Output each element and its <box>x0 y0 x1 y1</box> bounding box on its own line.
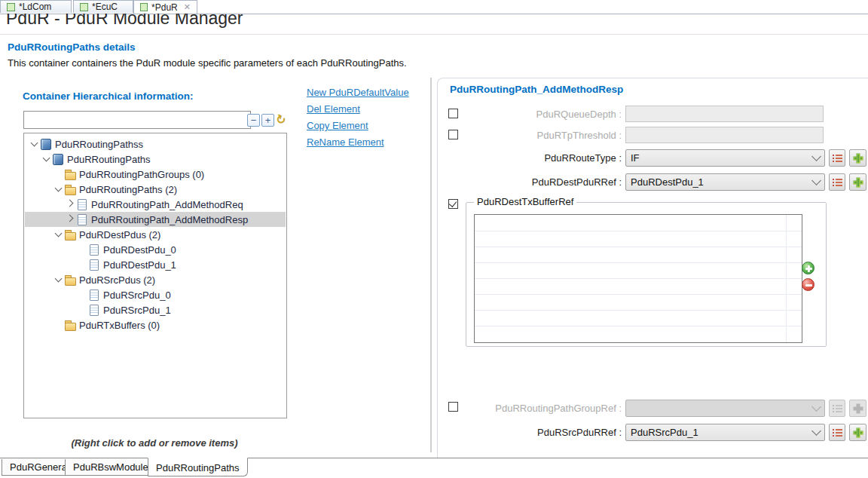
title-divider <box>0 34 868 35</box>
tree-item-srcpdus[interactable]: PduRSrcPdus (2) <box>25 272 286 287</box>
add-row-button[interactable] <box>802 262 815 274</box>
src-pdu-ref-list-button[interactable] <box>829 424 845 441</box>
editor-tab-bar: *LdCom *EcuC *PduR ✕ <box>0 0 868 14</box>
tp-threshold-field <box>625 127 824 143</box>
plus-icon <box>853 153 863 163</box>
pdur-module-manager-window: *LdCom *EcuC *PduR ✕ PduR - PduR Module … <box>0 0 868 478</box>
routing-path-group-ref-add-button <box>849 400 866 417</box>
list-icon <box>833 404 842 413</box>
tree-item-pdurroutingpathss[interactable]: PduRRoutingPathss <box>25 136 286 152</box>
list-icon <box>833 154 842 163</box>
src-pdu-ref-add-button[interactable] <box>849 424 866 441</box>
module-icon <box>80 3 88 11</box>
remove-row-button[interactable] <box>802 278 815 291</box>
document-icon <box>88 304 100 316</box>
dest-pdu-ref-select[interactable]: PduRDestPdu_1 <box>625 173 825 191</box>
module-icon <box>140 3 148 11</box>
tree-item-destpdus[interactable]: PduRDestPdus (2) <box>25 227 286 242</box>
routing-path-group-ref-label: PduRRoutingPathGroupRef : <box>450 400 622 417</box>
page-title: PduR - PduR Module Manager <box>6 14 684 32</box>
tree-item-addmethodresp[interactable]: PduRRoutingPath_AddMethodResp <box>25 212 286 227</box>
copy-element-link[interactable]: Copy Element <box>307 120 368 131</box>
module-icon <box>52 153 64 165</box>
document-icon <box>88 244 100 256</box>
route-type-select[interactable]: IF <box>625 149 825 167</box>
document-icon <box>76 198 88 210</box>
collapse-all-button[interactable]: − <box>247 114 260 127</box>
dest-tx-buffer-table[interactable] <box>474 214 802 343</box>
editor-tab-pdur[interactable]: *PduR ✕ <box>133 0 197 14</box>
folder-icon <box>64 228 76 241</box>
dest-pdu-ref-label: PduRDestPduRRef : <box>450 173 622 191</box>
dest-tx-buffer-checkbox[interactable] <box>448 199 458 209</box>
editor-tab-ecuc[interactable]: *EcuC <box>73 0 133 13</box>
document-icon <box>88 259 100 271</box>
dest-tx-buffer-label: PduRDestTxBufferRef <box>474 196 576 207</box>
bottom-tab-bar: PduRGeneral PduRBswModules PduRRoutingPa… <box>0 458 868 478</box>
tree-item-srcpdu0[interactable]: PduRSrcPdu_0 <box>25 287 286 302</box>
tree-item-destpdu1[interactable]: PduRDestPdu_1 <box>25 257 286 272</box>
details-heading: PduRRoutingPaths details <box>8 41 136 53</box>
tp-threshold-label: PduRTpThreshold : <box>450 127 622 144</box>
chevron-down-icon <box>811 152 821 161</box>
del-element-link[interactable]: Del Element <box>307 103 360 115</box>
folder-icon <box>64 183 76 195</box>
route-type-add-button[interactable] <box>849 149 866 167</box>
module-icon <box>7 3 15 11</box>
chevron-down-icon <box>811 426 821 436</box>
list-icon <box>833 428 842 437</box>
tree-item-destpdu0[interactable]: PduRDestPdu_0 <box>25 242 286 257</box>
folder-icon <box>64 319 76 331</box>
route-type-list-button[interactable] <box>829 149 845 167</box>
dest-pdu-ref-add-button[interactable] <box>849 173 866 191</box>
list-icon <box>833 178 842 187</box>
src-pdu-ref-select[interactable]: PduRSrcPdu_1 <box>625 424 825 441</box>
dest-pdu-ref-list-button[interactable] <box>829 173 845 191</box>
new-pdurdefaultvalue-link[interactable]: New PduRDefaultValue <box>307 87 409 98</box>
tree-item-txbuffers[interactable]: PduRTxBuffers (0) <box>25 317 286 332</box>
routing-path-group-ref-select <box>625 400 825 417</box>
dest-tx-buffer-group: PduRDestTxBufferRef <box>466 202 827 347</box>
plus-icon <box>853 177 863 187</box>
tree-hint-text: (Right click to add or remove items) <box>23 437 286 449</box>
editor-tab-label: *LdCom <box>19 2 51 12</box>
folder-icon <box>64 168 76 180</box>
tree-item-srcpdu1[interactable]: PduRSrcPdu_1 <box>25 302 286 317</box>
panel-divider[interactable] <box>430 78 432 452</box>
close-icon[interactable]: ✕ <box>184 3 191 11</box>
module-icon <box>40 138 52 150</box>
plus-icon <box>853 403 863 413</box>
document-icon <box>76 213 88 225</box>
tree-item-pdurroutingpaths[interactable]: PduRRoutingPaths <box>25 152 286 167</box>
tree-filter-input[interactable] <box>23 111 251 129</box>
editor-tab-ldcom[interactable]: *LdCom <box>0 0 72 13</box>
tree-item-routingpathgroups[interactable]: PduRRoutingPathGroups (0) <box>25 167 286 182</box>
tab-pdurbswmodules[interactable]: PduRBswModules <box>65 459 161 476</box>
tree-item-routingpaths-group[interactable]: PduRRoutingPaths (2) <box>25 182 286 197</box>
details-description: This container containers the PduR modul… <box>8 57 407 69</box>
editor-tab-label: *PduR <box>151 2 178 13</box>
editor-tab-label: *EcuC <box>92 2 118 12</box>
queue-depth-label: PduRQueueDepth : <box>450 106 622 123</box>
hierarchy-heading: Container Hierarchical information: <box>23 90 194 102</box>
plus-icon <box>853 427 863 437</box>
document-icon <box>88 289 100 301</box>
tree-item-addmethodreq[interactable]: PduRRoutingPath_AddMethodReq <box>25 197 286 212</box>
route-type-label: PduRRouteType : <box>450 149 622 167</box>
chevron-down-icon <box>811 176 821 185</box>
queue-depth-field <box>625 106 824 122</box>
rename-element-link[interactable]: ReName Element <box>307 136 384 148</box>
folder-icon <box>64 274 76 286</box>
src-pdu-ref-label: PduRSrcPduRRef : <box>450 424 622 441</box>
chevron-down-icon <box>811 402 821 412</box>
tab-pdurroutingpaths[interactable]: PduRRoutingPaths <box>148 458 248 476</box>
routing-path-group-ref-list-button <box>829 400 845 417</box>
refresh-icon[interactable]: ↻ <box>274 111 288 127</box>
expand-all-button[interactable]: + <box>261 114 274 127</box>
container-tree: PduRRoutingPathss PduRRoutingPaths PduRR… <box>23 133 287 418</box>
form-title: PduRRoutingPath_AddMethodResp <box>450 84 623 95</box>
